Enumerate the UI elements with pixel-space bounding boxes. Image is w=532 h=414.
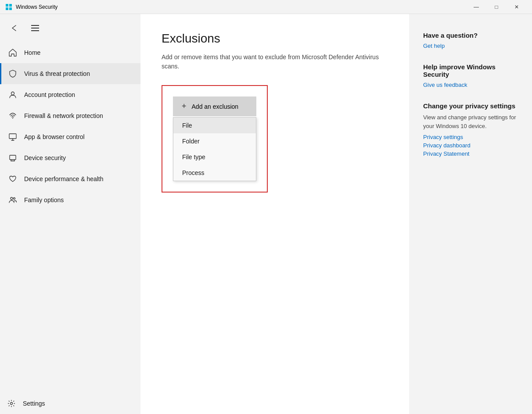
page-title: Exclusions [162,32,388,46]
sidebar-item-device-security[interactable]: Device security [0,147,140,168]
settings-label: Settings [23,400,45,407]
home-icon [8,48,17,57]
right-section-improve: Help improve Windows Security Give us fe… [423,63,518,88]
hamburger-line-2 [31,28,39,29]
add-exclusion-button[interactable]: + Add an exclusion [173,96,256,116]
close-button[interactable]: ✕ [507,0,527,14]
sidebar-item-family-label: Family options [24,196,64,203]
sidebar-item-home-label: Home [24,49,40,56]
sidebar-item-family[interactable]: Family options [0,189,140,211]
shield-icon [8,69,17,78]
sidebar-item-app[interactable]: App & browser control [0,126,140,147]
sidebar-item-account[interactable]: Account protection [0,84,140,105]
dropdown-item-folder[interactable]: Folder [173,133,256,149]
svg-rect-3 [9,7,12,10]
sidebar-item-device-health-label: Device performance & health [24,175,104,182]
right-section-privacy: Change your privacy settings View and ch… [423,102,518,157]
back-button[interactable] [7,21,21,35]
svg-point-10 [11,403,13,405]
svg-point-4 [11,92,14,95]
privacy-description: View and change privacy settings for you… [423,113,518,130]
dropdown-item-file[interactable]: File [173,118,256,133]
svg-rect-6 [9,134,16,139]
privacy-settings-link[interactable]: Privacy settings [423,134,518,140]
sidebar-item-firewall[interactable]: Firewall & network protection [0,105,140,126]
sidebar: Home Virus & threat protection Account p… [0,14,140,414]
feedback-link[interactable]: Give us feedback [423,82,518,88]
sidebar-item-device-security-label: Device security [24,154,66,161]
privacy-dashboard-link[interactable]: Privacy dashboard [423,142,518,149]
svg-rect-0 [6,4,8,7]
sidebar-item-account-label: Account protection [24,91,75,98]
hamburger-menu[interactable] [28,21,42,35]
app-icon [5,4,12,11]
svg-point-9 [14,198,15,200]
app-body: Home Virus & threat protection Account p… [0,14,532,414]
page-description: Add or remove items that you want to exc… [162,53,381,71]
people-icon [8,196,17,204]
sidebar-item-home[interactable]: Home [0,42,140,63]
right-panel: Have a question? Get help Help improve W… [409,14,532,414]
sidebar-item-virus-label: Virus & threat protection [24,70,90,77]
exclusion-dropdown: File Folder File type Process [173,117,256,181]
privacy-statement-link[interactable]: Privacy Statement [423,150,518,157]
plus-icon: + [182,102,187,111]
monitor-icon [8,132,17,141]
sidebar-item-virus[interactable]: Virus & threat protection [0,63,140,84]
exclusion-area: + Add an exclusion File Folder File type… [162,85,268,193]
maximize-button[interactable]: □ [486,0,507,14]
svg-rect-7 [10,155,16,160]
svg-rect-2 [6,7,8,10]
sidebar-settings[interactable]: Settings [0,393,140,414]
privacy-title: Change your privacy settings [423,102,518,110]
svg-rect-1 [9,4,12,7]
sidebar-item-firewall-label: Firewall & network protection [24,112,103,119]
main-content: Exclusions Add or remove items that you … [140,14,409,414]
svg-point-5 [12,118,13,119]
get-help-link[interactable]: Get help [423,43,518,49]
hamburger-line-3 [31,30,39,31]
heart-icon [8,175,17,183]
sidebar-item-app-label: App & browser control [24,133,85,140]
wifi-icon [8,111,17,120]
person-icon [8,90,17,99]
hamburger-line-1 [31,25,39,26]
add-exclusion-label: Add an exclusion [192,103,239,110]
improve-title: Help improve Windows Security [423,63,518,78]
title-bar: Windows Security — □ ✕ [0,0,532,14]
window-controls: — □ ✕ [466,0,527,14]
sidebar-spacer [0,211,140,393]
question-title: Have a question? [423,32,518,39]
gear-icon [7,399,16,408]
sidebar-item-device-health[interactable]: Device performance & health [0,168,140,189]
device-icon [8,153,17,162]
dropdown-item-file-type[interactable]: File type [173,149,256,165]
sidebar-top-controls [0,18,140,39]
right-section-question: Have a question? Get help [423,32,518,49]
svg-point-8 [11,197,13,200]
dropdown-item-process[interactable]: Process [173,165,256,181]
minimize-button[interactable]: — [466,0,486,14]
window-title: Windows Security [16,4,466,10]
